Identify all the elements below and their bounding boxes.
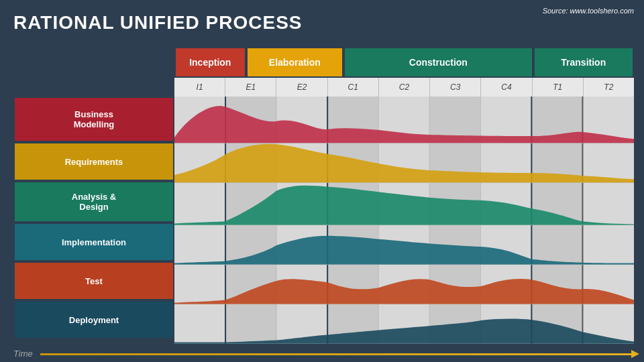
label-deployment: Deployment — [13, 300, 174, 339]
iter-e2: E2 — [276, 78, 327, 97]
label-business-modelling: BusinessModelling — [13, 97, 174, 142]
content-area: BusinessModelling Requirements Analysis … — [13, 97, 634, 344]
iteration-labels-row: I1 E1 E2 C1 C2 C3 C4 T1 T2 — [174, 78, 634, 97]
iter-c3: C3 — [430, 78, 481, 97]
iter-c2: C2 — [379, 78, 430, 97]
phase-transition: Transition — [533, 47, 635, 78]
iter-e1: E1 — [225, 78, 276, 97]
chart-container: Inception Elaboration Construction Trans… — [13, 47, 634, 342]
chart-svg-area — [174, 97, 634, 344]
phase-headers-row: Inception Elaboration Construction Trans… — [174, 47, 634, 78]
label-implementation: Implementation — [13, 223, 174, 261]
label-test: Test — [13, 261, 174, 300]
iter-t1: T1 — [533, 78, 584, 97]
workflow-chart — [174, 97, 634, 344]
phase-construction: Construction — [343, 47, 533, 78]
time-label: Time — [13, 349, 33, 359]
label-requirements: Requirements — [13, 142, 174, 181]
main-title: RATIONAL UNIFIED PROCESS — [13, 12, 303, 34]
time-arrow — [40, 353, 634, 355]
iter-i1: I1 — [174, 78, 225, 97]
iter-t2: T2 — [584, 78, 634, 97]
phase-elaboration: Elaboration — [246, 47, 344, 78]
label-analysis-design: Analysis &Design — [13, 181, 174, 223]
iter-c1: C1 — [328, 78, 379, 97]
labels-column: BusinessModelling Requirements Analysis … — [13, 97, 174, 344]
iter-c4: C4 — [481, 78, 532, 97]
phase-inception: Inception — [174, 47, 246, 78]
source-text: Source: www.toolshero.com — [543, 7, 634, 15]
